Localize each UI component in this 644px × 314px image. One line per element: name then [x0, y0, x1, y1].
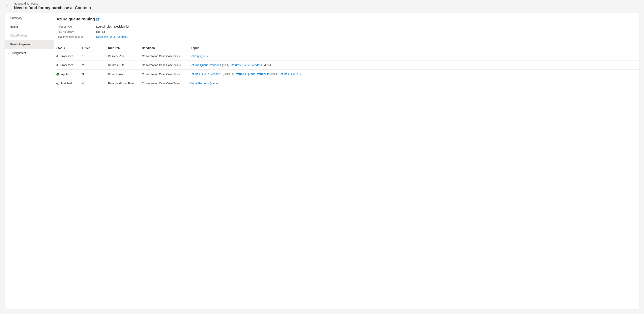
table-row[interactable]: Processed1Delivery RuleConversation.Case… — [56, 52, 639, 61]
rule-item-cell: Delivery Rule — [108, 52, 142, 61]
breadcrumb: Routing diagnostics — [14, 2, 91, 5]
header-text: Routing diagnostics Need refund for my p… — [14, 2, 91, 10]
column-header[interactable]: Condition — [142, 44, 190, 52]
status-text: Processed — [60, 63, 74, 67]
arrow-left-icon — [6, 4, 9, 8]
property-value: Run all — [96, 30, 639, 33]
column-header[interactable]: Rule item — [108, 44, 142, 52]
chevron-down-icon — [7, 52, 10, 54]
queue-link[interactable]: Returns Queue- Vendor 1 — [190, 63, 221, 67]
status-dot-icon — [56, 55, 58, 57]
info-icon[interactable] — [106, 31, 108, 33]
table-row[interactable]: Applied3Refunds ruleConversation.Case.Ca… — [56, 70, 639, 79]
sidebar: SummaryIntakeClassificationRoute to queu… — [5, 13, 54, 309]
queue-link[interactable]: Refunds Queue- Vendor 1 — [190, 72, 222, 76]
svg-rect-0 — [97, 18, 99, 20]
condition-cell: Conversation.Case.Case Title c… — [142, 70, 190, 79]
output-text: (50%), — [222, 72, 232, 76]
table-row[interactable]: Matched4Refunds Global RuleConversation.… — [56, 79, 639, 88]
condition-cell: Conversation.Case.Case Title c… — [142, 61, 190, 70]
queue-link[interactable]: Refunds Queue- V — [278, 72, 302, 76]
output-cell: Returns Queue- Vendor 1 (60%), Returns Q… — [190, 61, 639, 70]
status-text: Processed — [60, 55, 74, 58]
property-value: Logical rules - Decision list — [96, 25, 639, 28]
rule-item-cell: Refunds Global Rule — [108, 79, 142, 88]
status-text: Matched — [61, 82, 72, 85]
status-text: Applied — [61, 73, 70, 76]
page-header: Routing diagnostics Need refund for my p… — [0, 0, 644, 13]
order-cell: 2 — [82, 61, 108, 70]
output-text: (60%), — [221, 63, 231, 67]
check-outline-icon — [232, 73, 234, 76]
order-cell: 3 — [82, 70, 108, 79]
sidebar-item-assignment[interactable]: Assignment — [5, 49, 54, 57]
rules-table: StatusOrderRule itemConditionOutput Proc… — [56, 44, 639, 88]
output-cell: Global Refunds Queue — [190, 79, 639, 88]
output-text: (40%) — [262, 63, 271, 67]
check-outline-icon — [56, 82, 59, 85]
sidebar-item-label: Route to queue — [10, 43, 30, 46]
sidebar-item-label: Summary — [10, 16, 22, 20]
output-cell: Refunds Queue- Vendor 1 (50%), Refunds Q… — [190, 70, 639, 79]
page-title: Need refund for my purchase at Contoso — [14, 5, 91, 10]
property-label: Ruleset type — [56, 25, 96, 28]
sidebar-item-label: Intake — [10, 25, 18, 28]
property-label: Final identified queue — [56, 35, 96, 38]
sidebar-item-label: Assignment — [12, 51, 26, 55]
check-solid-icon — [56, 73, 59, 76]
output-cell: Delivery Queue — [190, 52, 639, 61]
queue-link[interactable]: Global Refunds Queue — [190, 82, 218, 85]
popout-icon — [96, 17, 100, 21]
sidebar-item-route-to-queue[interactable]: Route to queue — [5, 40, 54, 49]
back-button[interactable] — [4, 3, 10, 9]
open-new-window-button[interactable] — [96, 17, 100, 21]
condition-cell: Conversation.Case.Case Title c… — [142, 79, 190, 88]
queue-link[interactable]: Refunds Queue- Vendor 2 — [235, 72, 269, 76]
properties-grid: Ruleset typeLogical rules - Decision lis… — [56, 25, 639, 38]
property-label: Rule hit policy — [56, 30, 96, 33]
sidebar-item-classification: Classification — [5, 31, 54, 40]
output-text: (30%), — [269, 72, 278, 76]
status-dot-icon — [56, 64, 58, 66]
main-panel: SummaryIntakeClassificationRoute to queu… — [5, 13, 639, 309]
sidebar-item-intake[interactable]: Intake — [5, 22, 54, 31]
column-header[interactable]: Status — [56, 44, 82, 52]
content: Azure queue routing Ruleset typeLogical … — [54, 13, 639, 309]
order-cell: 1 — [82, 52, 108, 61]
queue-link[interactable]: Delivery Queue — [190, 55, 209, 58]
rule-item-cell: Returns Rule — [108, 61, 142, 70]
content-title: Azure queue routing — [56, 17, 95, 21]
condition-cell: Conversation.Case.Case Title c… — [142, 52, 190, 61]
order-cell: 4 — [82, 79, 108, 88]
sidebar-item-label: Classification — [10, 34, 26, 37]
sidebar-item-summary[interactable]: Summary — [5, 14, 54, 22]
table-row[interactable]: Processed2Returns RuleConversation.Case.… — [56, 61, 639, 70]
column-header[interactable]: Order — [82, 44, 108, 52]
property-value-link[interactable]: Refunds Queue- Vendor 2 — [96, 35, 639, 38]
queue-link[interactable]: Returns Queue- Vendor 2 — [231, 63, 263, 67]
rule-item-cell: Refunds rule — [108, 70, 142, 79]
column-header[interactable]: Output — [190, 44, 639, 52]
